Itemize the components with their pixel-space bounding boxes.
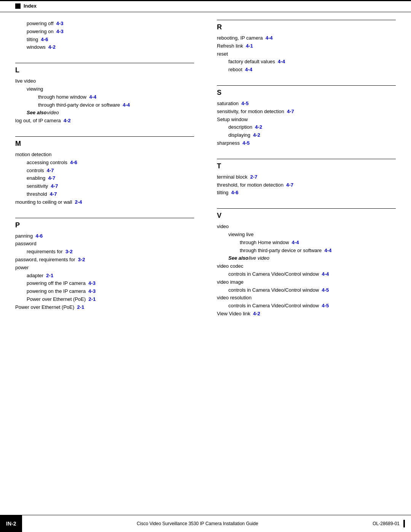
footer-left: IN-2 <box>0 515 22 532</box>
link-saturation[interactable]: 4-5 <box>241 101 249 106</box>
entry-threshold: threshold 4-7 <box>27 190 194 198</box>
entry-powering-off-ip: powering off the IP camera 4-3 <box>27 280 194 288</box>
entry-threshold-motion: threshold, for motion detection 4-7 <box>217 181 396 189</box>
footer-right-bar <box>403 520 405 527</box>
footer-doc-number: OL-28689-01 <box>373 521 400 526</box>
entry-setup-window: Setup window <box>217 116 396 124</box>
link-log-out[interactable]: 4-2 <box>64 118 71 123</box>
entry-log-out: log out, of IP camera 4-2 <box>15 117 194 125</box>
section-letter-S: S <box>217 89 396 97</box>
link-powering-off[interactable]: 4-3 <box>56 21 64 26</box>
entry-mounting: mounting to ceiling or wall 2-4 <box>15 198 194 206</box>
page-footer: IN-2 Cisco Video Surveillance 3530 IP Ca… <box>0 515 411 532</box>
entry-video-image: video image <box>217 278 396 286</box>
entry-saturation: saturation 4-5 <box>217 100 396 108</box>
entry-video-image-controls: controls in Camera Video/Control window … <box>228 286 396 294</box>
entry-see-also-live-video: See also live video <box>228 254 396 262</box>
link-poe-sub[interactable]: 2-1 <box>89 296 96 302</box>
link-through-third-party[interactable]: 4-4 <box>123 102 130 108</box>
link-factory-default[interactable]: 4-4 <box>278 59 285 64</box>
entry-panning: panning 4-6 <box>15 232 194 240</box>
section-letter-P: P <box>15 221 194 229</box>
footer-center-text: Cisco Video Surveillance 3530 IP Camera … <box>22 521 373 526</box>
link-video-resolution-controls[interactable]: 4-5 <box>322 303 329 308</box>
link-sensitivity-motion[interactable]: 4-7 <box>287 109 294 114</box>
link-view-video-link[interactable]: 4-2 <box>253 311 260 316</box>
link-accessing-controls[interactable]: 4-6 <box>70 160 77 165</box>
link-requirements-for[interactable]: 3-2 <box>65 249 73 254</box>
link-rebooting[interactable]: 4-4 <box>266 35 273 41</box>
divider-P <box>15 218 194 218</box>
section-letter-R: R <box>217 23 396 31</box>
page-container: Index powering off 4-3 powering on 4-3 t… <box>0 0 411 532</box>
entry-through-third-party: through third-party device or software 4… <box>38 101 194 109</box>
entry-live-video: live video <box>15 77 194 85</box>
link-password-requirements[interactable]: 3-2 <box>78 257 85 262</box>
link-powering-on[interactable]: 4-3 <box>56 29 64 34</box>
link-through-third-party-v[interactable]: 4-4 <box>325 248 332 253</box>
link-threshold[interactable]: 4-7 <box>50 191 57 197</box>
right-column: R rebooting, IP camera 4-4 Refresh link … <box>206 20 396 329</box>
footer-page-label: IN-2 <box>0 515 22 532</box>
divider-M <box>15 136 194 137</box>
link-threshold-motion[interactable]: 4-7 <box>286 182 293 188</box>
section-V: V video viewing live through Home window… <box>217 208 396 318</box>
entry-password: password <box>15 240 194 248</box>
entry-video: video <box>217 223 396 231</box>
divider-T <box>217 159 396 159</box>
entry-view-video-link: View Video link 4-2 <box>217 310 396 318</box>
link-poe-main[interactable]: 2-1 <box>77 304 84 310</box>
link-through-home-window[interactable]: 4-4 <box>89 94 96 100</box>
entry-video-codec: video codec <box>217 262 396 270</box>
link-terminal-block[interactable]: 2-7 <box>250 174 257 180</box>
divider-L <box>15 63 194 63</box>
entry-video-codec-controls: controls in Camera Video/Control window … <box>228 270 396 278</box>
main-content: powering off 4-3 powering on 4-3 tilting… <box>0 12 411 352</box>
link-video-codec-controls[interactable]: 4-4 <box>322 271 329 277</box>
link-sharpness[interactable]: 4-5 <box>242 140 250 146</box>
entry-through-home-window-v: through Home window 4-4 <box>240 239 396 247</box>
link-sensitivity-M[interactable]: 4-7 <box>51 183 58 189</box>
entry-powering-on: powering on 4-3 <box>27 28 194 36</box>
entry-reset: reset <box>217 50 396 58</box>
entry-power: power <box>15 264 194 272</box>
link-adapter[interactable]: 2-1 <box>46 273 53 278</box>
link-refresh-link[interactable]: 4-1 <box>246 43 253 49</box>
entry-displaying: displaying 4-2 <box>228 131 396 139</box>
entry-requirements-for: requirements for 3-2 <box>27 248 194 256</box>
link-tilting-right[interactable]: 4-6 <box>231 190 239 195</box>
link-controls[interactable]: 4-7 <box>47 168 54 173</box>
entry-tilting-left: tilting 4-6 <box>27 36 194 44</box>
entry-video-resolution: video resolution <box>217 294 396 302</box>
link-enabling[interactable]: 4-7 <box>48 175 55 181</box>
entry-see-also-video: See also video <box>27 109 194 117</box>
link-windows[interactable]: 4-2 <box>48 44 56 50</box>
entry-viewing: viewing <box>27 85 194 93</box>
section-letter-M: M <box>15 140 194 148</box>
section-P: P panning 4-6 password requirements for … <box>15 218 194 312</box>
link-video-image-controls[interactable]: 4-5 <box>322 287 329 293</box>
entry-poe-sub: Power over Ethernet (PoE) 2-1 <box>27 296 194 304</box>
entry-through-third-party-v: through third-party device or software 4… <box>240 247 396 255</box>
link-description[interactable]: 4-2 <box>255 124 262 130</box>
link-powering-off-ip[interactable]: 4-3 <box>88 280 96 286</box>
entry-sensitivity-M: sensitivity 4-7 <box>27 182 194 190</box>
page-header: Index <box>0 0 411 12</box>
divider-S <box>217 85 396 86</box>
link-through-home-window-v[interactable]: 4-4 <box>292 240 299 245</box>
entry-controls: controls 4-7 <box>27 167 194 175</box>
link-powering-on-ip[interactable]: 4-3 <box>88 288 96 294</box>
entry-enabling: enabling 4-7 <box>27 174 194 182</box>
section-T: T terminal block 2-7 threshold, for moti… <box>217 159 396 197</box>
section-continuation: powering off 4-3 powering on 4-3 tilting… <box>15 20 194 51</box>
link-reboot[interactable]: 4-4 <box>245 67 252 72</box>
entry-viewing-live: viewing live <box>228 231 396 239</box>
entry-powering-on-ip: powering on the IP camera 4-3 <box>27 288 194 296</box>
link-displaying[interactable]: 4-2 <box>253 132 260 138</box>
link-mounting[interactable]: 2-4 <box>75 199 82 205</box>
divider-V <box>217 208 396 209</box>
link-panning[interactable]: 4-6 <box>36 233 43 239</box>
link-tilting-left[interactable]: 4-6 <box>41 37 48 42</box>
section-letter-L: L <box>15 66 194 74</box>
entry-adapter: adapter 2-1 <box>27 272 194 280</box>
